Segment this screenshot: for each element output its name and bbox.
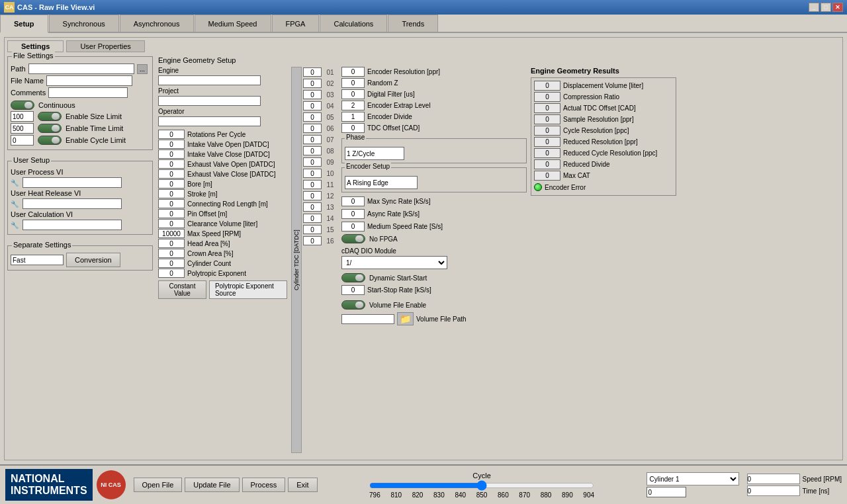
cylinder-tdc-header: Cylinder TDC [DATDC] [291,67,302,453]
tab-calculations[interactable]: Calculations [320,15,387,32]
cyl-val-input-6[interactable] [303,135,322,144]
settings-tab-user-properties[interactable]: User Properties [66,40,144,52]
cyl-val-input-13[interactable] [303,214,322,223]
path-input[interactable] [28,63,134,74]
cdaq-select[interactable]: 1/ [341,256,447,269]
size-limit-input[interactable] [11,111,34,122]
engine-field-label-4: Exhaust Valve Close [DATDC] [187,171,276,178]
phase-group: Phase [341,138,527,163]
cyl-val-input-3[interactable] [303,101,322,110]
encoder-right-section: Encoder Resolution [ppr]Random ZDigital … [341,67,527,453]
tab-asynchronous[interactable]: Asynchronous [120,15,194,32]
path-browse-button[interactable]: ... [137,64,148,74]
enc-input-5[interactable] [341,123,365,133]
process-vi-input[interactable] [22,177,122,188]
engine-field-input-0[interactable] [158,130,185,139]
cycle-limit-input[interactable] [11,135,34,146]
conversion-button[interactable]: Conversion [66,253,120,267]
cyl-val-input-10[interactable] [303,180,322,189]
engine-name-input[interactable] [158,75,261,85]
close-button[interactable]: ✕ [832,3,843,12]
cyl-val-input-12[interactable] [303,202,322,212]
cyl-val-input-1[interactable] [303,79,322,88]
start-stop-input[interactable] [341,285,365,295]
heat-release-input[interactable] [22,198,122,209]
tab-fpga[interactable]: FPGA [272,15,320,32]
engine-field-input-4[interactable] [158,169,185,179]
engine-field-input-8[interactable] [158,209,185,218]
separate-settings-input[interactable] [11,255,64,265]
tab-setup[interactable]: Setup [0,15,48,33]
cyl-val-input-2[interactable] [303,90,322,99]
engine-field-input-3[interactable] [158,159,185,169]
cycle-slider[interactable] [369,481,594,490]
enc-input-1[interactable] [341,78,365,88]
volume-path-browse[interactable]: 📁 [397,312,414,325]
engine-field-input-10[interactable] [158,229,185,238]
cyl-val-input-0[interactable] [303,67,322,77]
enc-input-3[interactable] [341,101,365,110]
engine-field-input-6[interactable] [158,189,185,198]
time-input[interactable] [747,485,800,496]
tab-medium-speed[interactable]: Medium Speed [195,15,271,32]
engine-field-input-5[interactable] [158,179,185,189]
maximize-button[interactable]: □ [821,3,831,12]
process-button[interactable]: Process [242,478,286,492]
cyl-val-input-8[interactable] [303,157,322,167]
start-stop-row: Start-Stop Rate [kS/s] [341,285,527,295]
cyl-val-input-11[interactable] [303,191,322,200]
engine-field-input-7[interactable] [158,199,185,208]
settings-tab-settings[interactable]: Settings [7,40,64,52]
rising-edge-input[interactable] [345,176,418,189]
engine-field-label-6: Stroke [m] [187,190,218,198]
enc-input-0[interactable] [341,67,365,77]
cycle-limit-toggle[interactable] [38,136,62,145]
update-file-button[interactable]: Update File [185,478,239,492]
project-input[interactable] [158,96,261,106]
async-rate-input[interactable] [341,209,365,219]
dynamic-start-toggle[interactable] [341,273,365,282]
tab-synchronous[interactable]: Synchronous [49,15,119,32]
enc-input-4[interactable] [341,112,365,122]
cycle-section: Cycle 796810820830840850860870880890904 [326,472,639,499]
engine-field-input-11[interactable] [158,239,185,248]
volume-enable-toggle[interactable] [341,300,365,310]
engine-field-input-9[interactable] [158,219,185,228]
cyl-val-input-4[interactable] [303,112,322,122]
enc-input-2[interactable] [341,89,365,99]
time-limit-label: Enable Time Limit [66,124,123,132]
engine-field-input-12[interactable] [158,249,185,258]
no-fpga-toggle[interactable] [341,234,365,243]
time-limit-toggle[interactable] [38,124,62,133]
volume-path-input[interactable] [341,314,394,324]
engine-field-input-13[interactable] [158,259,185,268]
filename-input[interactable] [46,75,132,86]
engine-field-input-14[interactable] [158,269,185,278]
cyl-val-input-15[interactable] [303,236,322,245]
engine-field-input-1[interactable] [158,140,185,149]
comments-input[interactable] [48,87,128,98]
operator-input[interactable] [158,116,261,126]
max-sync-input[interactable] [341,196,365,206]
cyl-val-input-9[interactable] [303,169,322,178]
tab-trends[interactable]: Trends [388,15,438,32]
exit-button[interactable]: Exit [288,478,317,492]
cyl-val-input-7[interactable] [303,146,322,155]
minimize-button[interactable]: _ [809,3,819,12]
medium-speed-input[interactable] [341,222,365,231]
size-limit-toggle[interactable] [38,112,62,121]
open-file-button[interactable]: Open File [134,478,183,492]
engine-field-row-1: Intake Valve Open [DATDC] [158,140,287,149]
phase-input[interactable] [345,147,404,160]
time-limit-input[interactable] [11,123,34,134]
volume-enable-label: Volume File Enable [369,302,426,309]
cyl-val-input-14[interactable] [303,225,322,234]
cylinder-value-input[interactable] [646,487,686,497]
continuous-toggle[interactable] [11,101,34,110]
cyl-val-input-5[interactable] [303,124,322,133]
calculation-vi-input[interactable] [22,220,122,230]
speed-input[interactable] [747,474,800,484]
constant-value-button[interactable]: Constant Value [158,280,206,299]
cylinder-dropdown[interactable]: Cylinder 1 [646,472,739,485]
engine-field-input-2[interactable] [158,149,185,159]
